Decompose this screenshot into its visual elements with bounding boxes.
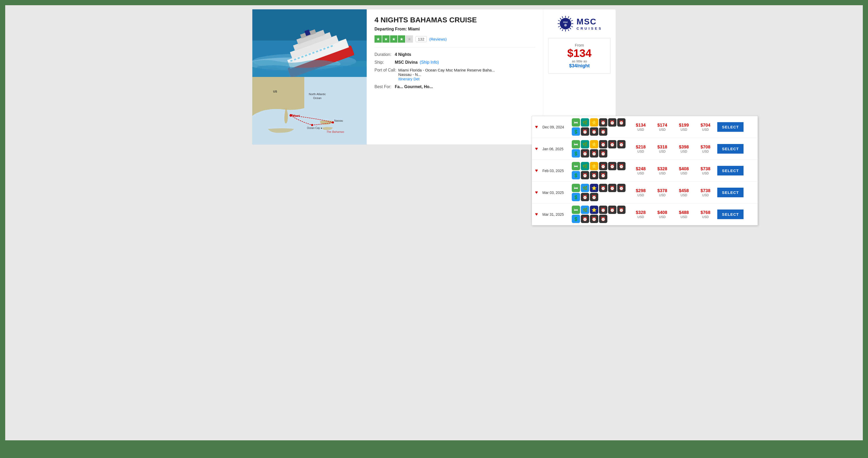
pricing-overlay: ♥ Dec 09, 2024 🛏 🌿 ⭐ ⏰ ⏰ ⏰ 💲 ⏰ ⏰ ⏰ (532, 116, 758, 225)
map-atlantic-label: North Atlantic (309, 93, 326, 96)
cabin-icon-1-10: ⏰ (599, 149, 607, 157)
price-currency-0-1: USD (653, 128, 672, 131)
cabin-icon-star: ⭐ (590, 118, 598, 127)
price-col-3-1: $378 USD (653, 188, 672, 197)
select-btn-0[interactable]: SELECT (717, 122, 744, 132)
ship-row: Ship: MSC Divina (Ship Info) (374, 60, 535, 65)
card-info: 4 NIGHTS BAHAMAS CRUISE Departing From: … (367, 9, 543, 145)
select-btn-1[interactable]: SELECT (717, 144, 744, 154)
svg-line-46 (568, 17, 569, 18)
svg-line-42 (562, 17, 563, 18)
cabin-icon-4-2: 🌿 (581, 206, 589, 214)
msc-brand-text: MSC CRUISES (577, 17, 603, 30)
select-btn-4[interactable]: SELECT (717, 210, 744, 219)
price-amount-1-1: $318 (653, 145, 672, 150)
price-col-2-2: $408 USD (674, 166, 693, 175)
price-amount-3-0: $298 (631, 188, 650, 193)
ship-info-link[interactable]: (Ship Info) (420, 60, 439, 65)
price-col-4-0: $328 USD (631, 210, 650, 219)
page-background: US North Atlantic Ocean Miami Ocean Cay … (5, 5, 863, 440)
cabin-icons-3: 🛏 🌿 ⭐ ⏰ ⏰ ⏰ 💲 ⏰ ⏰ (572, 184, 629, 201)
cabin-icon-1-7: 💲 (572, 149, 580, 157)
cabin-icon-4-3: ⭐ (590, 206, 598, 214)
svg-line-36 (560, 18, 561, 20)
cabin-icon-1-5: ⏰ (608, 140, 616, 148)
port-text: Miami Florida - Ocean Cay Msc Marine Res… (398, 68, 495, 77)
price-col-3-0: $298 USD (631, 188, 650, 197)
price-currency-0-0: USD (631, 128, 650, 131)
cabin-icons-1: 🛏 🌿 ⭐ ⏰ ⏰ ⏰ 💲 ⏰ ⏰ ⏰ (572, 140, 629, 157)
wishlist-btn-1[interactable]: ♥ (535, 146, 540, 152)
price-col-1-1: $318 USD (653, 145, 672, 153)
select-btn-3[interactable]: SELECT (717, 188, 744, 197)
cabin-icon-4-9: ⏰ (590, 215, 598, 223)
price-col-4-3: $768 USD (696, 210, 715, 219)
cabin-icon-1-8: ⏰ (581, 149, 589, 157)
price-amount-0-1: $174 (653, 123, 672, 128)
price-amount-4-2: $488 (674, 210, 693, 215)
port-label: Port of Call: (374, 68, 396, 72)
cabin-icon-4-7: 💲 (572, 215, 580, 223)
svg-point-29 (560, 18, 571, 29)
cabin-icons-2: 🛏 🌿 ⭐ ⏰ ⏰ ⏰ 💲 ⏰ ⏰ ⏰ (572, 162, 629, 179)
cabin-icon-2-9: ⏰ (590, 171, 598, 179)
reviews-link[interactable]: (Reviews) (429, 37, 447, 41)
price-currency-0-3: USD (696, 128, 715, 131)
price-amount-0-3: $704 (696, 123, 715, 128)
pricing-row-4: ♥ Mar 31, 2025 🛏 🌿 ⭐ ⏰ ⏰ ⏰ 💲 ⏰ ⏰ ⏰ (532, 204, 757, 225)
itinerary-link[interactable]: Itinerary Det (398, 77, 420, 81)
cabin-icon-1-6: ⏰ (617, 140, 625, 148)
msc-brand-sub: CRUISES (577, 27, 603, 30)
wishlist-btn-2[interactable]: ♥ (535, 168, 540, 173)
cabin-icon-1-3: ⭐ (590, 140, 598, 148)
price-col-3-2: $458 USD (674, 188, 693, 197)
price-amount-2-1: $328 (653, 166, 672, 172)
cabin-icon-clock3: ⏰ (617, 118, 625, 127)
price-currency-0-2: USD (674, 128, 693, 131)
pricing-row-0: ♥ Dec 09, 2024 🛏 🌿 ⭐ ⏰ ⏰ ⏰ 💲 ⏰ ⏰ ⏰ (532, 116, 757, 138)
star-rating: ★ ★ ★ ★ ★ (374, 35, 413, 42)
cabin-icon-2-2: 🌿 (581, 162, 589, 170)
price-amount-2-0: $248 (631, 166, 650, 172)
price-amount-3-2: $458 (674, 188, 693, 193)
cruise-card: US North Atlantic Ocean Miami Ocean Cay … (252, 9, 616, 145)
duration-label: Duration: (374, 52, 393, 57)
msc-sun-icon: msc (556, 14, 575, 33)
svg-line-37 (570, 28, 571, 29)
price-col-2-3: $738 USD (696, 166, 715, 175)
cabin-icon-2-8: ⏰ (581, 171, 589, 179)
map-image: US North Atlantic Ocean Miami Ocean Cay … (252, 77, 367, 145)
price-box: From $134 as little as $34/night (548, 38, 611, 73)
map-us-label: US (273, 90, 277, 93)
cabin-icon-1-1: 🛏 (572, 140, 580, 148)
best-for-value: Fa... Gourmet, Ho... (395, 85, 433, 89)
cabin-icon-3-3: ⭐ (590, 184, 598, 192)
cabin-icons-4: 🛏 🌿 ⭐ ⏰ ⏰ ⏰ 💲 ⏰ ⏰ ⏰ (572, 206, 629, 223)
wishlist-btn-4[interactable]: ♥ (535, 212, 540, 217)
wishlist-btn-3[interactable]: ♥ (535, 190, 540, 195)
cabin-icon-4-5: ⏰ (608, 206, 616, 214)
price-amount-3-3: $738 (696, 188, 715, 193)
wishlist-btn-0[interactable]: ♥ (535, 124, 540, 130)
select-btn-2[interactable]: SELECT (717, 166, 744, 176)
price-col-0-0: $134 USD (631, 123, 650, 131)
price-col-2-0: $248 USD (631, 166, 650, 175)
svg-text:msc: msc (563, 21, 568, 23)
date-0: Dec 09, 2024 (542, 125, 570, 129)
star-5-empty: ★ (406, 35, 413, 42)
bahamas-label: The Bahamas (327, 130, 344, 133)
svg-text:Nassau: Nassau (334, 119, 343, 122)
cabin-icon-3-8: ⏰ (581, 193, 589, 201)
pricing-row-1: ♥ Jan 06, 2025 🛏 🌿 ⭐ ⏰ ⏰ ⏰ 💲 ⏰ ⏰ ⏰ (532, 138, 757, 160)
svg-line-40 (558, 20, 560, 21)
price-col-0-2: $199 USD (674, 123, 693, 131)
cabin-icon-2-10: ⏰ (599, 171, 607, 179)
cabin-icon-1-9: ⏰ (590, 149, 598, 157)
cabin-icon-2-7: 💲 (572, 171, 580, 179)
star-4: ★ (398, 35, 405, 42)
cabin-icon-3-2: 🌿 (581, 184, 589, 192)
cabin-icon-teal: 🌿 (581, 118, 589, 127)
cabin-icon-3-4: ⏰ (599, 184, 607, 192)
svg-point-31 (564, 24, 567, 27)
svg-line-41 (571, 26, 573, 27)
